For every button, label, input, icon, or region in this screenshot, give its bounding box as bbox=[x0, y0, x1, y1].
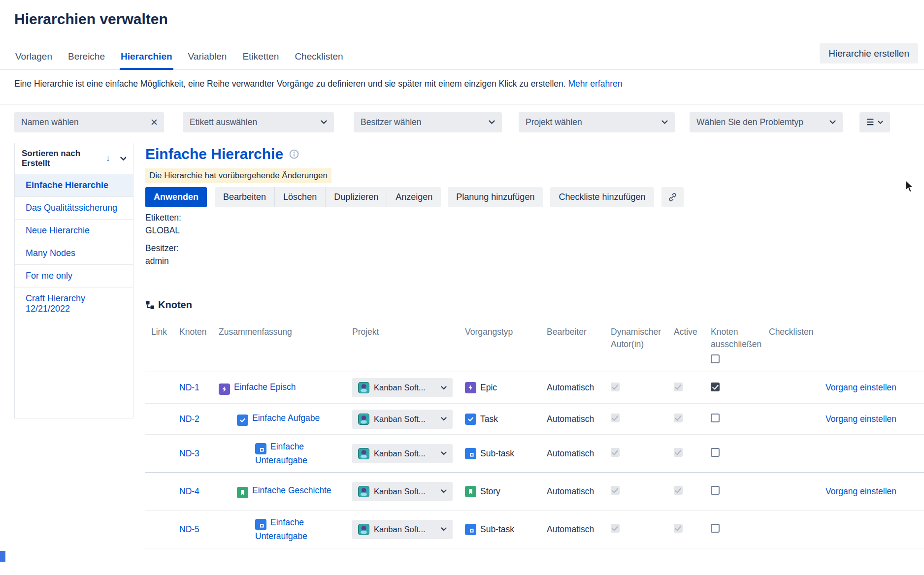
task-icon bbox=[467, 416, 474, 422]
sidebar-item-das-qualitaetssicherung[interactable]: Das Qualitätssicherung bbox=[15, 196, 133, 219]
issue-type-cell: Sub-task bbox=[465, 448, 547, 459]
issuetype-filter-select[interactable]: Wählen Sie den Problemtyp bbox=[690, 112, 843, 132]
chevron-down-icon[interactable] bbox=[120, 157, 126, 161]
chevron-down-icon bbox=[441, 527, 447, 531]
project-avatar-icon bbox=[358, 382, 369, 393]
node-key-link[interactable]: ND-1 bbox=[179, 383, 199, 392]
issue-type-icon bbox=[465, 486, 476, 497]
edit-button[interactable]: Bearbeiten bbox=[215, 187, 274, 207]
hamburger-icon: ☰ bbox=[866, 117, 874, 128]
sidebar-item-craft-hierarchy[interactable]: Craft Hierarchy 12/21/2022 bbox=[15, 287, 133, 320]
summary-link[interactable]: Einfache Geschichte bbox=[252, 485, 331, 495]
info-icon[interactable] bbox=[289, 149, 299, 159]
sort-direction-icon[interactable]: ↓ bbox=[106, 154, 110, 163]
chevron-down-icon bbox=[878, 121, 883, 125]
hierarchy-title: Einfache Hierarchie bbox=[145, 146, 299, 162]
tab-variablen[interactable]: Variablen bbox=[187, 49, 228, 69]
project-value: Kanban Soft... bbox=[374, 449, 426, 458]
duplicate-button[interactable]: Duplizieren bbox=[325, 187, 387, 207]
intro-sentence: Eine Hierarchie ist eine einfache Möglic… bbox=[14, 79, 566, 89]
tab-hierarchien[interactable]: Hierarchien bbox=[120, 49, 173, 69]
project-select[interactable]: Kanban Soft... bbox=[352, 378, 453, 397]
create-hierarchy-button[interactable]: Hierarchie erstellen bbox=[820, 43, 918, 64]
tab-checklisten[interactable]: Checklisten bbox=[294, 49, 344, 69]
project-select[interactable]: Kanban Soft... bbox=[352, 410, 453, 429]
project-avatar-icon bbox=[358, 448, 369, 459]
issue-type-icon bbox=[255, 443, 266, 454]
chevron-down-icon bbox=[441, 386, 447, 390]
label-filter-select[interactable]: Etikett auswählen bbox=[183, 112, 334, 132]
issue-type-icon bbox=[465, 414, 476, 425]
labels-value: GLOBAL bbox=[145, 225, 181, 236]
owner-filter-select[interactable]: Besitzer wählen bbox=[354, 112, 502, 132]
chevron-down-icon bbox=[441, 489, 447, 493]
set-issue-link[interactable]: Vorgang einstellen bbox=[825, 414, 896, 424]
sidebar-item-for-me-only[interactable]: For me only bbox=[15, 264, 133, 287]
chevron-down-icon bbox=[321, 120, 327, 125]
exclude-node-checkbox[interactable] bbox=[711, 383, 720, 391]
active-checkbox bbox=[674, 414, 683, 422]
column-exclude: Knoten ausschließen bbox=[711, 326, 769, 367]
project-select[interactable]: Kanban Soft... bbox=[352, 444, 453, 463]
issue-type-icon bbox=[237, 487, 248, 498]
sort-control[interactable]: Sortieren nach Erstellt ↓ bbox=[15, 143, 133, 174]
node-key-link[interactable]: ND-5 bbox=[179, 524, 199, 534]
apply-button[interactable]: Anwenden bbox=[145, 187, 207, 207]
divider bbox=[145, 548, 924, 548]
node-key-link[interactable]: ND-4 bbox=[179, 486, 199, 496]
tab-vorlagen[interactable]: Vorlagen bbox=[14, 49, 53, 69]
project-select[interactable]: Kanban Soft... bbox=[352, 520, 453, 539]
name-filter-input[interactable] bbox=[14, 112, 164, 132]
project-value: Kanban Soft... bbox=[374, 487, 426, 496]
link-icon bbox=[667, 192, 678, 202]
tab-bereiche[interactable]: Bereiche bbox=[67, 49, 106, 69]
node-key-link[interactable]: ND-3 bbox=[179, 448, 199, 458]
subtask-icon bbox=[258, 521, 264, 528]
clear-icon[interactable]: ✕ bbox=[150, 117, 158, 128]
issue-type-label: Task bbox=[480, 414, 498, 424]
active-checkbox bbox=[674, 383, 683, 391]
tab-etiketten[interactable]: Etiketten bbox=[241, 49, 280, 69]
select-all-exclude-checkbox[interactable] bbox=[711, 354, 720, 363]
summary-link[interactable]: Einfache Episch bbox=[234, 382, 296, 392]
table-row: ND-1 Einfache Episch Kanban Soft... Epic… bbox=[145, 372, 924, 403]
hierarchy-list-panel: Sortieren nach Erstellt ↓ Einfache Hiera… bbox=[14, 143, 133, 418]
copy-link-button[interactable] bbox=[661, 187, 684, 207]
exclude-node-checkbox[interactable] bbox=[711, 486, 720, 495]
table-header-row: Link Knoten Zusammenfassung Projekt Vorg… bbox=[145, 321, 924, 372]
view-options-button[interactable]: ☰ bbox=[859, 112, 890, 132]
summary-link[interactable]: Einfache Aufgabe bbox=[252, 413, 320, 423]
set-issue-link[interactable]: Vorgang einstellen bbox=[825, 383, 896, 392]
subtask-icon bbox=[467, 526, 474, 533]
exclude-node-checkbox[interactable] bbox=[711, 414, 720, 422]
active-checkbox bbox=[674, 524, 683, 533]
labels-title: Etiketten: bbox=[145, 213, 181, 223]
set-issue-link[interactable]: Vorgang einstellen bbox=[825, 486, 896, 496]
project-filter-select[interactable]: Projekt wählen bbox=[519, 112, 675, 132]
column-issue-type: Vorgangstyp bbox=[465, 326, 547, 338]
pending-changes-notice: Die Hierarchie hat vorübergehende Änderu… bbox=[145, 168, 331, 183]
hierarchy-title-text: Einfache Hierarchie bbox=[145, 146, 283, 162]
add-checklist-button[interactable]: Checkliste hinzufügen bbox=[550, 187, 654, 207]
sidebar-item-einfache-hierarchie[interactable]: Einfache Hierarchie bbox=[15, 174, 133, 196]
exclude-node-checkbox[interactable] bbox=[711, 524, 720, 533]
sidebar-item-many-nodes[interactable]: Many Nodes bbox=[15, 242, 133, 264]
learn-more-link[interactable]: Mehr erfahren bbox=[568, 79, 623, 89]
chevron-down-icon bbox=[441, 451, 447, 455]
delete-button[interactable]: Löschen bbox=[274, 187, 325, 207]
add-planning-button[interactable]: Planung hinzufügen bbox=[448, 187, 543, 207]
project-select[interactable]: Kanban Soft... bbox=[352, 482, 453, 501]
divider bbox=[115, 153, 115, 164]
dynamic-author-checkbox bbox=[611, 383, 620, 391]
show-button[interactable]: Anzeigen bbox=[387, 187, 441, 207]
assignee-cell: Automatisch bbox=[547, 486, 611, 497]
summary-cell: Einfache Episch bbox=[219, 381, 352, 395]
summary-cell: Einfache Geschichte bbox=[219, 484, 352, 498]
assignee-cell: Automatisch bbox=[547, 414, 611, 424]
sidebar-item-neue-hierarchie[interactable]: Neue Hierarchie bbox=[15, 219, 133, 242]
node-key-link[interactable]: ND-2 bbox=[179, 414, 199, 424]
task-icon bbox=[239, 417, 246, 423]
exclude-node-checkbox[interactable] bbox=[711, 448, 720, 457]
dynamic-author-checkbox bbox=[611, 448, 620, 457]
chevron-down-icon bbox=[661, 120, 668, 125]
